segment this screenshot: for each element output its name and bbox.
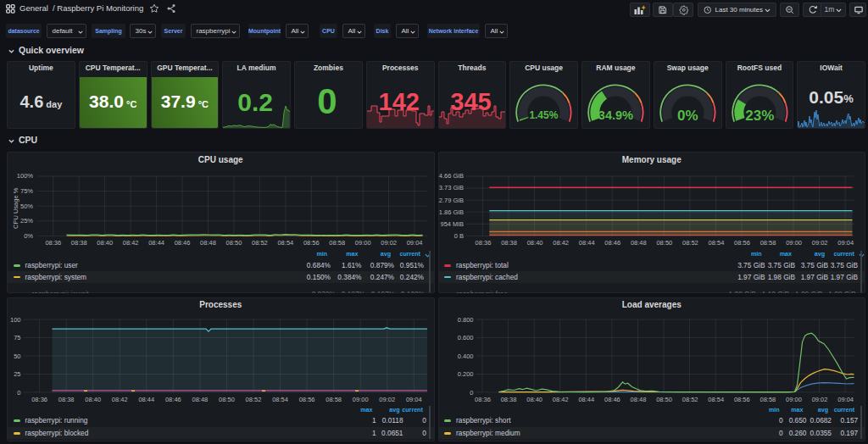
svg-text:23%: 23% — [745, 108, 774, 125]
svg-text:1.45%: 1.45% — [530, 110, 559, 122]
svg-text:0%: 0% — [677, 108, 698, 125]
svg-text:34.9%: 34.9% — [598, 109, 633, 123]
